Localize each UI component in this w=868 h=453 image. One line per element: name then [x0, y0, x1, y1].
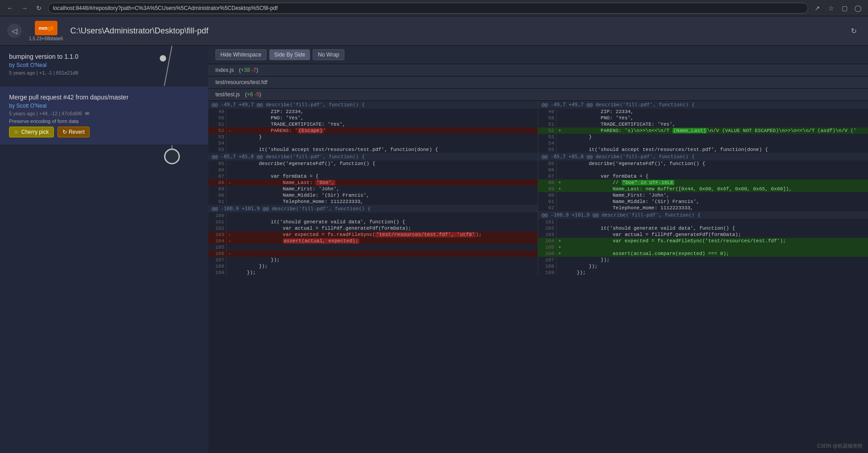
side-by-side-button[interactable]: Side By Side [269, 49, 310, 60]
commit-description: Preserve encoding of form data [9, 118, 136, 124]
diff-right-table: @@ -49,7 +49,7 @@ describe('fill-pdf', f… [538, 101, 868, 276]
table-row: 91 Telephone_Home: 1112223333, [208, 198, 538, 205]
no-wrap-button[interactable]: No Wrap [313, 49, 344, 60]
watermark: CSDN @机器猫突然 [817, 443, 863, 449]
address-bar[interactable]: localhost:8448/#/repository?path=C%3A%5C… [48, 3, 808, 14]
diff-toolbar: Hide Whitespace Side By Side No Wrap [208, 46, 868, 64]
table-row: 90 Name_First: 'John', [538, 192, 868, 198]
hunk-header-left-2: @@ -85,7 +85,8 @@ describe('fill-pdf', f… [208, 153, 538, 160]
commit-author-1: by Scott O'Neal [9, 62, 136, 68]
back-arrow-icon: ◁ [12, 27, 17, 35]
table-row: 104 - assert(actual, expected); [208, 238, 538, 244]
logo: mmgit 1.5.23+68bfabe6 [29, 21, 63, 41]
browser-actions: ↗ ☆ ▢ ◯ [812, 3, 863, 14]
table-row: 104 + var expected = fs.readFileSync('te… [538, 238, 868, 244]
table-row: 49 ZIP: 22334, [208, 109, 538, 115]
hunk-header-left-1: @@ -49,7 +49,7 @@ describe('fill-pdf', f… [208, 101, 538, 109]
revert-button[interactable]: ↻ Revert [57, 127, 90, 137]
table-row: 87 var formData = { [538, 173, 868, 179]
browser-bar: ← → ↻ localhost:8448/#/repository?path=C… [0, 0, 868, 16]
table-row: 103 - var expected = fs.readFileSync('te… [208, 231, 538, 238]
back-nav-button[interactable]: ← [5, 3, 15, 14]
table-row: 86 [538, 167, 868, 173]
table-row: 92 Telephone_Home: 1112223333, [538, 205, 868, 211]
table-row: 86 [208, 167, 538, 173]
table-row: 87 var formData = { [208, 173, 538, 179]
repo-path: C:\Users\Administrator\Desktop\fill-pdf [70, 26, 208, 36]
app-refresh-button[interactable]: ↻ [846, 24, 861, 38]
table-row: 91 Name_Middle: '(Sir) Francis', [538, 198, 868, 205]
diff-panel: Hide Whitespace Side By Side No Wrap ind… [208, 46, 868, 453]
table-row: 102 it('should generate valid data', fun… [538, 225, 868, 231]
table-row: 53 } [208, 134, 538, 140]
app-back-button[interactable]: ◁ [7, 24, 22, 38]
share-icon[interactable]: ↗ [812, 3, 823, 14]
url-text: localhost:8448/#/repository?path=C%3A%5C… [53, 5, 278, 11]
hide-whitespace-button[interactable]: Hide Whitespace [215, 49, 267, 60]
table-row: 51 TRADE_CERTIFICATE: 'Yes', [538, 121, 868, 127]
commit-graph: bumping version to 1.1.0 by Scott O'Neal… [0, 46, 208, 453]
table-row: 55 it('should accept test/resources/test… [208, 146, 538, 153]
table-row: 49 ZIP: 22334, [538, 109, 868, 115]
table-row: 54 [538, 140, 868, 146]
revert-icon: ↻ [62, 129, 67, 135]
table-row: 89 + Name_Last: new Buffer([0x44, 0x00, … [538, 186, 868, 192]
table-row: 53 } [538, 134, 868, 140]
table-row: 85 describe('#generateFdf()', function()… [208, 160, 538, 167]
table-row: 101 it('should generate valid data', fun… [208, 219, 538, 225]
bookmark-icon[interactable]: ☆ [825, 3, 836, 14]
table-row: 100 [208, 212, 538, 219]
table-row: 89 Name_First: 'John', [208, 186, 538, 192]
file-header-test-js[interactable]: test/test.js (+6 -5) [208, 89, 868, 101]
cherry-pick-icon: ⛌ [14, 129, 19, 135]
commit-item-2[interactable]: Merge pull request #42 from dapus/master… [0, 86, 208, 145]
forward-nav-button[interactable]: → [19, 3, 30, 14]
file-header-index[interactable]: index.js (+38 -7) [208, 64, 868, 76]
commit-title-1: bumping version to 1.1.0 [9, 53, 136, 60]
table-row: 51 TRADE_CERTIFICATE: 'Yes', [208, 121, 538, 127]
file-header-test-fdf[interactable]: test/resources/test.fdf [208, 76, 868, 89]
verified-icon: ✉ [85, 111, 89, 116]
table-row: 109 }); [538, 269, 868, 276]
table-row: 55 it('should accept test/resources/test… [538, 146, 868, 153]
table-row: 52 - PARENS: '(Escape)' [208, 127, 538, 134]
table-row: 106 + assert(actual.compare(expected) ==… [538, 250, 868, 257]
table-row: 52 + PARENS: 's)\n>>\n<<\n/T (Name_Last)… [538, 127, 868, 134]
cherry-pick-button[interactable]: ⛌ Cherry pick [9, 127, 54, 137]
table-row: 106 - [208, 250, 538, 257]
table-row: 102 var actual = fillPdf.generateFdf(for… [208, 225, 538, 231]
table-row: 50 PNO: 'Yes', [208, 115, 538, 121]
profile-icon[interactable]: ◯ [853, 3, 863, 14]
diff-right-panel: @@ -49,7 +49,7 @@ describe('fill-pdf', f… [538, 101, 868, 276]
table-row: 107 }); [208, 257, 538, 263]
app-version: 1.5.23+68bfabe6 [29, 36, 63, 41]
table-row: 85 describe('#generateFdf()', function()… [538, 160, 868, 167]
table-row: 107 }); [538, 257, 868, 263]
commit-item-1[interactable]: bumping version to 1.1.0 by Scott O'Neal… [0, 46, 208, 86]
tab-icon[interactable]: ▢ [839, 3, 850, 14]
commit-actions: ⛌ Cherry pick ↻ Revert [9, 127, 136, 137]
logo-git: git [48, 24, 53, 31]
commit-meta-1: 5 years ago | +1, -1 | 651e21d8 [9, 70, 136, 76]
logo-icon: mmgit [35, 21, 57, 35]
hunk-header-left-3: @@ -100,9 +101,9 @@ describe('fill-pdf',… [208, 205, 538, 212]
table-row: 108 }); [538, 263, 868, 269]
table-row: 88 - Name_Last: 'Doe', [208, 179, 538, 186]
table-row: 50 PNO: 'Yes', [538, 115, 868, 121]
diff-split-container: @@ -49,7 +49,7 @@ describe('fill-pdf', f… [208, 101, 868, 276]
reload-nav-button[interactable]: ↻ [33, 3, 44, 14]
hunk-header-right-3: @@ -100,9 +101,9 @@ describe('fill-pdf',… [538, 211, 868, 219]
table-row: 105 [208, 244, 538, 250]
table-row: 103 var actual = fillPdf.generateFdf(for… [538, 231, 868, 238]
table-row: 109 }); [208, 269, 538, 276]
hunk-header-right-1: @@ -49,7 +49,7 @@ describe('fill-pdf', f… [538, 101, 868, 109]
commit-title-2: Merge pull request #42 from dapus/master [9, 94, 136, 101]
hunk-header-right-2: @@ -85,7 +85,8 @@ describe('fill-pdf', f… [538, 153, 868, 160]
commit-author-2: by Scott O'Neal [9, 103, 136, 109]
table-row: 108 }); [208, 263, 538, 269]
diff-left-table: @@ -49,7 +49,7 @@ describe('fill-pdf', f… [208, 101, 538, 276]
table-row: 101 [538, 219, 868, 225]
table-row: 88 + // "Doe" in UTF-16LE [538, 179, 868, 186]
commit-meta-2: 5 years ago | +44, -12 | 47c6d6f6 ✉ [9, 111, 136, 117]
main-content: bumping version to 1.1.0 by Scott O'Neal… [0, 46, 868, 453]
